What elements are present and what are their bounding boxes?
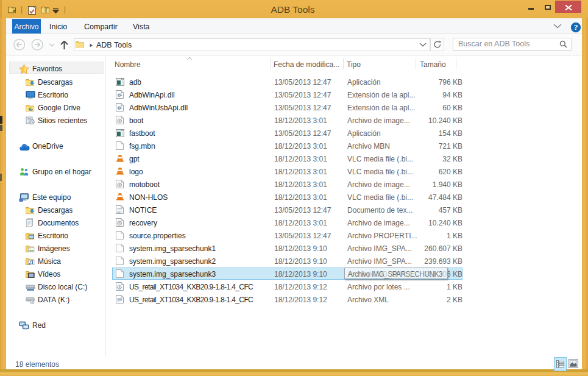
svg-text:?: ? — [574, 23, 578, 32]
